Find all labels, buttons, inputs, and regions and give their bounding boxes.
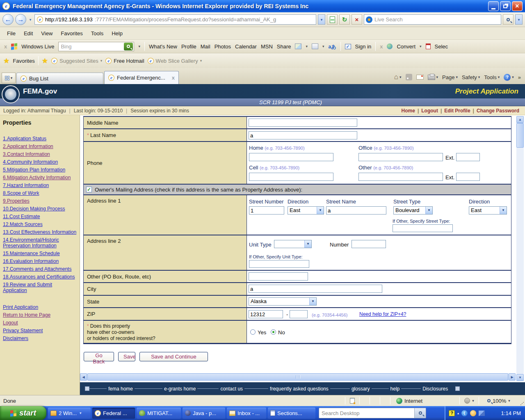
search-options-dropdown[interactable]: ▾ — [515, 14, 523, 25]
street-number-input[interactable] — [249, 206, 284, 215]
sidebar-item-evaluation-information[interactable]: 16.Evaluation Information — [3, 258, 77, 264]
forward-button[interactable]: → — [15, 14, 26, 25]
scroll-down-arrow[interactable]: ▼ — [516, 374, 524, 381]
sidebar-item-mitigation-activity-information[interactable]: 6.Mitigation Activity Information — [3, 175, 77, 180]
sidebar-item-scope-of-work[interactable]: 8.Scope of Work — [3, 190, 77, 196]
horizontal-scrollbar[interactable]: ◀ ▶ — [80, 373, 516, 381]
tools-menu[interactable]: Tools▾ — [484, 74, 500, 80]
fema-logo[interactable]: FEMA.gov — [23, 87, 57, 96]
bing-go-button[interactable] — [124, 43, 133, 50]
office-ext-input[interactable] — [456, 153, 480, 161]
compatibility-view-button[interactable] — [327, 14, 338, 25]
tray-clock-icon[interactable] — [470, 410, 476, 416]
sidebar-item-assurances-certifications[interactable]: 18.Assurances and Certifications — [3, 274, 77, 280]
scroll-left-arrow[interactable]: ◀ — [80, 373, 87, 381]
other-phone-input[interactable] — [358, 173, 443, 181]
vertical-scrollbar[interactable]: ▲ ▼ — [516, 116, 524, 381]
disclaimers-link[interactable]: Disclaimers — [3, 336, 77, 341]
direction-select[interactable]: East▼ — [288, 206, 324, 215]
link-profile[interactable]: Profile — [181, 43, 196, 50]
sidebar-item-hazard-information[interactable]: 7.Hazard Information — [3, 183, 77, 188]
link-share[interactable]: Share — [277, 43, 291, 50]
footer-faq-link[interactable]: frequently asked questions — [268, 386, 330, 392]
sidebar-item-cost-estimate[interactable]: 11.Cost Estimate — [3, 214, 77, 219]
city-input[interactable] — [249, 285, 382, 293]
unit-number-input[interactable] — [352, 240, 386, 248]
home-button[interactable]: ⌂▾ — [394, 73, 402, 81]
tray-messenger-icon[interactable]: ❬ — [461, 410, 468, 416]
other-ext-input[interactable] — [456, 173, 480, 181]
footer-fema-home-link[interactable]: fema home — [107, 386, 135, 392]
sign-in-button[interactable]: Sign in — [355, 43, 372, 50]
desktop-search-button[interactable] — [414, 408, 426, 418]
tray-help-icon[interactable]: ? — [449, 410, 455, 416]
link-photos[interactable]: Photos — [215, 43, 231, 50]
photos-dropdown[interactable]: ▾ — [306, 44, 308, 48]
sidebar-item-community-information[interactable]: 4.Community Information — [3, 159, 77, 165]
save-button[interactable]: Save — [118, 352, 135, 361]
recent-pages-dropdown[interactable]: ▾ — [28, 18, 33, 22]
return-home-link[interactable]: Return to Home Page — [3, 312, 77, 318]
tab-bug-list[interactable]: e Bug List — [16, 73, 103, 84]
layout-icon[interactable] — [312, 43, 318, 49]
menu-help[interactable]: Help — [108, 29, 126, 38]
menu-view[interactable]: View — [37, 29, 56, 38]
page-menu[interactable]: Page▾ — [442, 74, 458, 80]
stop-button[interactable]: × — [352, 14, 362, 25]
back-button[interactable]: ← — [2, 14, 14, 25]
zip-help-link[interactable]: Need help for ZIP+4? — [359, 311, 406, 317]
edit-profile-link[interactable]: Edit Profile — [444, 108, 470, 114]
sidebar-item-comments-attachments[interactable]: 17.Comments and Attachments — [3, 266, 77, 272]
footer-disclosures-link[interactable]: Disclosures — [421, 386, 450, 392]
sidebar-item-applicant-information[interactable]: 2.Applicant Information — [3, 144, 77, 149]
footer-contact-us-link[interactable]: contact us — [219, 386, 244, 392]
overflow-chevron-icon[interactable]: » — [518, 74, 521, 80]
tray-update-icon[interactable] — [479, 411, 485, 416]
help-menu[interactable]: ?▾ — [504, 74, 514, 81]
live-search-box[interactable] — [364, 14, 501, 25]
sidebar-item-maintenance-schedule[interactable]: 15.Maintenance Schedule — [3, 251, 77, 256]
sidebar-item-match-sources[interactable]: 12.Match Sources — [3, 221, 77, 227]
footer-glossary-link[interactable]: glossary — [350, 386, 372, 392]
task-inbox[interactable]: Inbox - ... — [227, 408, 266, 419]
footer-egrants-home-link[interactable]: e-grants home — [162, 386, 197, 392]
menu-file[interactable]: File — [3, 29, 19, 38]
tray-collapse-icon[interactable]: ▴ — [457, 411, 459, 415]
close-icon[interactable]: x — [380, 43, 383, 50]
footer-help-link[interactable]: help — [389, 386, 402, 392]
print-button[interactable]: ▾ — [428, 75, 438, 80]
start-button[interactable]: start — [0, 406, 46, 420]
bing-search-input[interactable] — [61, 43, 124, 50]
task-federal-ie[interactable]: e Federal ... — [92, 408, 135, 419]
other-street-type-input[interactable] — [393, 224, 453, 232]
home-link[interactable]: Home — [402, 108, 415, 114]
sidebar-item-cost-effectiveness-information[interactable]: 13.Cost Effectiveness Information — [3, 229, 77, 235]
sidebar-item-review-submit[interactable]: 19.Review and Submit Application — [3, 282, 77, 293]
street-name-input[interactable] — [326, 206, 386, 215]
horizontal-scroll-thumb[interactable] — [87, 373, 508, 381]
save-and-continue-button[interactable]: Save and Continue — [139, 352, 208, 361]
vertical-scroll-thumb[interactable] — [516, 123, 524, 148]
tab-close-icon[interactable]: x — [172, 75, 175, 81]
search-go-button[interactable] — [503, 14, 514, 25]
convert-dropdown[interactable]: ▾ — [420, 44, 422, 48]
desktop-search-box[interactable] — [319, 408, 426, 418]
sidebar-item-contact-information[interactable]: 3.Contact Information — [3, 151, 77, 157]
logout-link[interactable]: Logout — [3, 320, 77, 326]
menu-edit[interactable]: Edit — [20, 29, 37, 38]
unit-type-select[interactable]: ▼ — [274, 240, 312, 248]
sidebar-item-decision-making-process[interactable]: 10.Decision Making Process — [3, 206, 77, 212]
office-phone-input[interactable] — [358, 153, 443, 161]
photos-icon[interactable] — [295, 43, 301, 49]
tab-federal-emergency[interactable]: e Federal Emergenc... x — [104, 71, 179, 84]
zip-plus4-input[interactable] — [290, 310, 308, 318]
last-name-input[interactable] — [249, 131, 357, 139]
bing-search-box[interactable] — [58, 42, 134, 51]
refresh-button[interactable]: ↻ — [339, 14, 350, 25]
quick-tabs-button[interactable]: ▾ — [2, 73, 16, 83]
logout-link[interactable]: Logout — [421, 108, 438, 114]
link-calendar[interactable]: Calendar — [235, 43, 257, 50]
task-windows-group[interactable]: 2 Win... ▾ — [48, 408, 91, 419]
menu-favorites[interactable]: Favorites — [57, 29, 86, 38]
home-phone-input[interactable] — [249, 153, 333, 161]
